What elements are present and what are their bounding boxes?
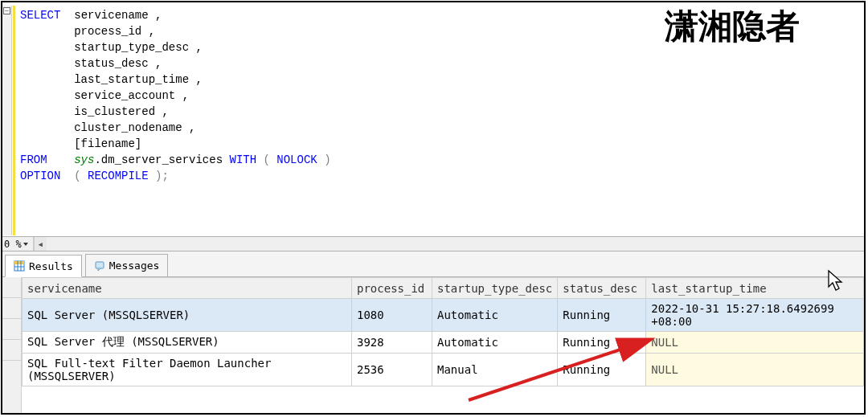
tab-results-label: Results	[29, 260, 73, 272]
row-header-column	[2, 277, 22, 413]
zoom-dropdown[interactable]: 0 %	[2, 239, 33, 250]
results-grid[interactable]: servicename process_id startup_type_desc…	[2, 277, 864, 413]
kw-option: OPTION	[20, 170, 60, 182]
scroll-left-icon[interactable]: ◀	[34, 237, 47, 251]
tab-messages[interactable]: Messages	[85, 254, 169, 276]
chevron-down-icon	[23, 243, 28, 246]
sql-editor-pane[interactable]: − SELECT servicename , process_id , star…	[2, 2, 864, 235]
schema-sys: sys	[74, 153, 94, 166]
change-marker	[13, 6, 15, 235]
code-gutter: −	[2, 6, 12, 235]
col-servicename[interactable]: servicename	[23, 278, 352, 299]
col-process-id[interactable]: process_id	[352, 278, 432, 299]
horizontal-scrollbar[interactable]: ◀	[33, 237, 864, 251]
collapse-toggle-icon[interactable]: −	[3, 7, 10, 14]
table-row[interactable]: SQL Server (MSSQLSERVER) 1080 Automatic …	[23, 299, 864, 332]
tab-messages-label: Messages	[109, 260, 160, 272]
results-tab-bar: Results Messages	[2, 251, 864, 277]
svg-rect-1	[14, 261, 24, 264]
editor-zoom-bar: 0 % ◀	[2, 236, 864, 251]
col-last-startup[interactable]: last_startup_time	[646, 278, 864, 299]
col-status[interactable]: status_desc	[558, 278, 646, 299]
results-table: servicename process_id startup_type_desc…	[22, 277, 864, 386]
messages-icon	[94, 260, 105, 272]
table-row[interactable]: SQL Server 代理 (MSSQLSERVER) 3928 Automat…	[23, 332, 864, 354]
zoom-value: 0 %	[4, 239, 22, 250]
svg-rect-5	[96, 262, 104, 268]
table-header-row: servicename process_id startup_type_desc…	[23, 278, 864, 299]
watermark-text: 潇湘隐者	[665, 4, 800, 49]
col-startup-type[interactable]: startup_type_desc	[432, 278, 558, 299]
results-grid-icon	[14, 260, 25, 272]
kw-from: FROM	[20, 153, 47, 166]
tab-results[interactable]: Results	[5, 255, 82, 277]
table-row[interactable]: SQL Full-text Filter Daemon Launcher (MS…	[23, 354, 864, 386]
kw-select: SELECT	[20, 9, 60, 22]
